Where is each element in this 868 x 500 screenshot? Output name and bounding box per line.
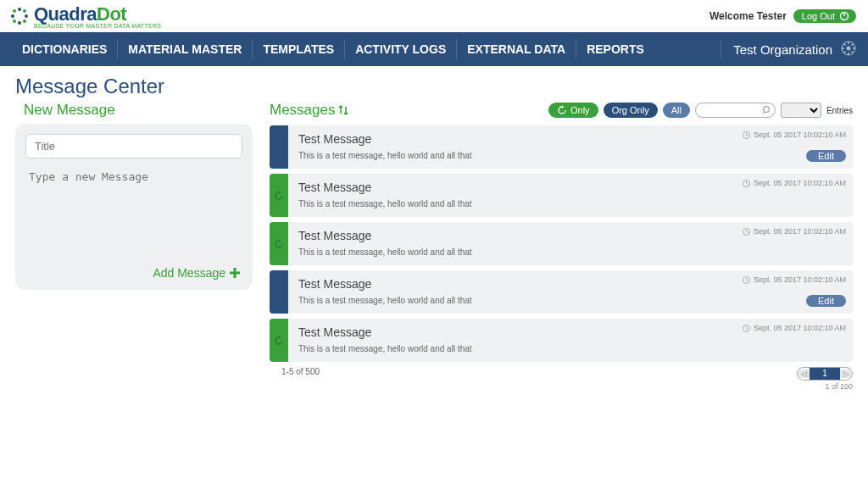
new-message-heading: New Message	[15, 102, 253, 119]
message-text: This is a test message, hello world and …	[298, 151, 843, 160]
message-timestamp: Sept. 05 2017 10:02:10 AM	[743, 179, 846, 187]
refresh-icon	[273, 335, 285, 347]
svg-point-5	[18, 21, 21, 25]
logo-icon	[8, 5, 31, 27]
message-card[interactable]: Test MessageThis is a test message, hell…	[270, 270, 853, 314]
new-message-panel: Add Message	[15, 124, 253, 290]
page-title: Message Center	[15, 75, 853, 98]
clock-icon	[743, 276, 750, 284]
svg-line-17	[852, 51, 854, 53]
add-message-button[interactable]: Add Message	[25, 263, 242, 280]
message-card[interactable]: Test MessageThis is a test message, hell…	[270, 174, 853, 217]
message-stripe	[270, 270, 288, 314]
svg-point-7	[11, 14, 14, 18]
svg-line-23	[763, 112, 765, 114]
message-text: This is a test message, hello world and …	[298, 344, 843, 353]
filter-all[interactable]: All	[663, 103, 690, 118]
settings-icon[interactable]	[841, 41, 856, 58]
edit-button[interactable]: Edit	[806, 295, 846, 307]
pager-total: 1 of 100	[797, 382, 853, 391]
clock-icon	[743, 325, 750, 332]
message-stripe	[270, 222, 288, 265]
search-icon	[762, 105, 771, 114]
svg-point-2	[23, 9, 26, 13]
svg-line-19	[844, 51, 846, 53]
svg-point-6	[13, 19, 16, 23]
svg-point-1	[18, 8, 21, 11]
message-title-input[interactable]	[25, 134, 242, 158]
nav-item-dictionaries[interactable]: DICTIONARIES	[12, 39, 118, 59]
svg-point-0	[13, 9, 16, 13]
clock-icon	[743, 180, 750, 187]
sort-icon[interactable]	[338, 104, 348, 116]
svg-point-22	[763, 107, 769, 113]
nav-item-material-master[interactable]: MATERIAL MASTER	[118, 39, 253, 59]
nav-item-external-data[interactable]: EXTERNAL DATA	[457, 39, 576, 59]
nav-item-templates[interactable]: TEMPLATES	[253, 39, 345, 59]
messages-heading: Messages	[270, 102, 540, 119]
clock-icon	[743, 228, 750, 236]
message-stripe	[270, 174, 288, 217]
message-card[interactable]: Test MessageThis is a test message, hell…	[270, 319, 853, 362]
refresh-icon	[273, 190, 285, 202]
refresh-icon	[557, 105, 567, 115]
message-body-input[interactable]	[25, 167, 242, 260]
svg-point-3	[25, 14, 28, 18]
filter-only[interactable]: Only	[548, 103, 598, 118]
svg-point-11	[847, 46, 851, 50]
clock-icon	[743, 131, 750, 139]
svg-line-18	[852, 43, 854, 45]
message-stripe	[270, 319, 288, 362]
entries-label: Entries	[826, 106, 853, 115]
message-text: This is a test message, hello world and …	[298, 199, 843, 208]
welcome-text: Welcome Tester	[709, 10, 787, 22]
message-timestamp: Sept. 05 2017 10:02:10 AM	[743, 275, 846, 284]
brand-logo[interactable]: QuadraDot BECAUSE YOUR MASTER DATA MATTE…	[8, 3, 161, 29]
entries-select[interactable]	[781, 103, 821, 118]
edit-button[interactable]: Edit	[806, 150, 846, 162]
svg-line-16	[844, 43, 846, 45]
message-timestamp: Sept. 05 2017 10:02:10 AM	[743, 227, 846, 236]
message-timestamp: Sept. 05 2017 10:02:10 AM	[743, 131, 846, 139]
refresh-icon	[273, 238, 285, 250]
nav-item-activity-logs[interactable]: ACTIVITY LOGS	[345, 39, 457, 59]
filter-org-only[interactable]: Org Only	[604, 103, 658, 118]
plus-icon	[229, 267, 241, 279]
svg-point-4	[23, 19, 26, 23]
svg-rect-21	[230, 272, 240, 275]
brand-tagline: BECAUSE YOUR MASTER DATA MATTERS	[34, 23, 161, 29]
nav-item-reports[interactable]: REPORTS	[576, 39, 654, 59]
message-stripe	[270, 125, 288, 169]
logout-button[interactable]: Log Out	[793, 9, 856, 23]
pager-next[interactable]: ▷	[840, 369, 852, 378]
message-text: This is a test message, hello world and …	[298, 296, 843, 305]
pagination-range: 1-5 of 500	[281, 367, 320, 376]
pager: ◁ 1 ▷	[797, 367, 853, 381]
message-card[interactable]: Test MessageThis is a test message, hell…	[270, 125, 853, 169]
message-text: This is a test message, hello world and …	[298, 247, 843, 257]
message-card[interactable]: Test MessageThis is a test message, hell…	[270, 222, 853, 265]
org-name[interactable]: Test Organization	[733, 42, 832, 57]
pager-current: 1	[810, 368, 840, 380]
pager-prev[interactable]: ◁	[798, 369, 810, 378]
message-timestamp: Sept. 05 2017 10:02:10 AM	[743, 324, 846, 332]
